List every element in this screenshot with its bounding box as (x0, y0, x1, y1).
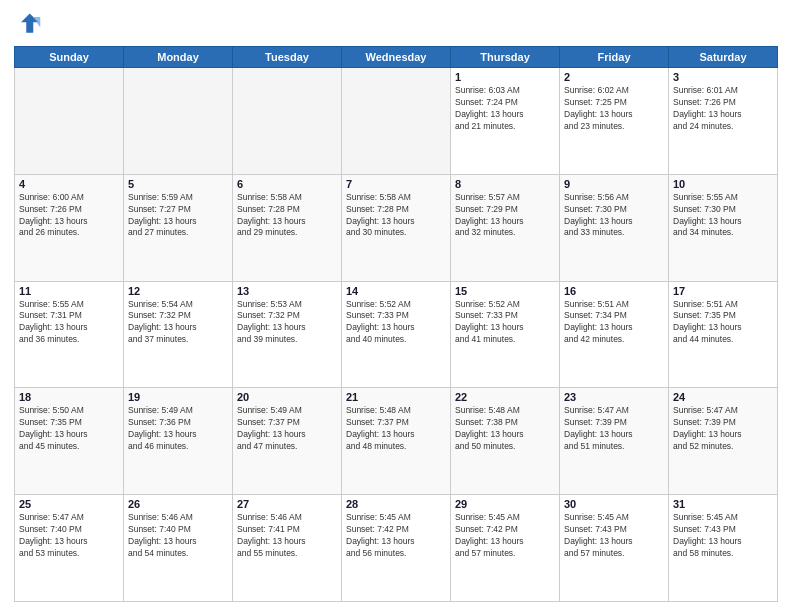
day-number: 11 (19, 285, 119, 297)
calendar-cell: 24Sunrise: 5:47 AM Sunset: 7:39 PM Dayli… (669, 388, 778, 495)
day-info: Sunrise: 5:48 AM Sunset: 7:37 PM Dayligh… (346, 405, 446, 453)
logo-icon (14, 10, 42, 38)
calendar-cell (233, 68, 342, 175)
calendar-cell: 27Sunrise: 5:46 AM Sunset: 7:41 PM Dayli… (233, 495, 342, 602)
day-info: Sunrise: 5:49 AM Sunset: 7:36 PM Dayligh… (128, 405, 228, 453)
calendar-cell: 28Sunrise: 5:45 AM Sunset: 7:42 PM Dayli… (342, 495, 451, 602)
day-info: Sunrise: 5:54 AM Sunset: 7:32 PM Dayligh… (128, 299, 228, 347)
calendar-cell: 20Sunrise: 5:49 AM Sunset: 7:37 PM Dayli… (233, 388, 342, 495)
day-info: Sunrise: 6:02 AM Sunset: 7:25 PM Dayligh… (564, 85, 664, 133)
day-info: Sunrise: 5:49 AM Sunset: 7:37 PM Dayligh… (237, 405, 337, 453)
day-number: 23 (564, 391, 664, 403)
day-info: Sunrise: 5:53 AM Sunset: 7:32 PM Dayligh… (237, 299, 337, 347)
calendar-cell: 30Sunrise: 5:45 AM Sunset: 7:43 PM Dayli… (560, 495, 669, 602)
day-header-sunday: Sunday (15, 47, 124, 68)
day-header-thursday: Thursday (451, 47, 560, 68)
day-number: 24 (673, 391, 773, 403)
calendar-cell: 14Sunrise: 5:52 AM Sunset: 7:33 PM Dayli… (342, 281, 451, 388)
calendar-week-1: 1Sunrise: 6:03 AM Sunset: 7:24 PM Daylig… (15, 68, 778, 175)
calendar-cell: 23Sunrise: 5:47 AM Sunset: 7:39 PM Dayli… (560, 388, 669, 495)
calendar-cell: 15Sunrise: 5:52 AM Sunset: 7:33 PM Dayli… (451, 281, 560, 388)
day-info: Sunrise: 5:52 AM Sunset: 7:33 PM Dayligh… (455, 299, 555, 347)
day-info: Sunrise: 6:01 AM Sunset: 7:26 PM Dayligh… (673, 85, 773, 133)
day-number: 14 (346, 285, 446, 297)
day-number: 2 (564, 71, 664, 83)
calendar-cell: 10Sunrise: 5:55 AM Sunset: 7:30 PM Dayli… (669, 174, 778, 281)
calendar-cell (342, 68, 451, 175)
day-info: Sunrise: 5:50 AM Sunset: 7:35 PM Dayligh… (19, 405, 119, 453)
calendar-cell: 1Sunrise: 6:03 AM Sunset: 7:24 PM Daylig… (451, 68, 560, 175)
day-info: Sunrise: 6:03 AM Sunset: 7:24 PM Dayligh… (455, 85, 555, 133)
calendar-cell: 6Sunrise: 5:58 AM Sunset: 7:28 PM Daylig… (233, 174, 342, 281)
day-info: Sunrise: 5:46 AM Sunset: 7:40 PM Dayligh… (128, 512, 228, 560)
day-info: Sunrise: 5:48 AM Sunset: 7:38 PM Dayligh… (455, 405, 555, 453)
calendar-cell: 5Sunrise: 5:59 AM Sunset: 7:27 PM Daylig… (124, 174, 233, 281)
day-info: Sunrise: 5:45 AM Sunset: 7:43 PM Dayligh… (673, 512, 773, 560)
day-number: 31 (673, 498, 773, 510)
calendar-cell (124, 68, 233, 175)
day-number: 13 (237, 285, 337, 297)
day-number: 9 (564, 178, 664, 190)
logo (14, 10, 46, 38)
day-number: 20 (237, 391, 337, 403)
calendar-cell: 12Sunrise: 5:54 AM Sunset: 7:32 PM Dayli… (124, 281, 233, 388)
day-info: Sunrise: 6:00 AM Sunset: 7:26 PM Dayligh… (19, 192, 119, 240)
day-number: 5 (128, 178, 228, 190)
day-number: 15 (455, 285, 555, 297)
calendar-cell: 9Sunrise: 5:56 AM Sunset: 7:30 PM Daylig… (560, 174, 669, 281)
day-number: 3 (673, 71, 773, 83)
day-header-saturday: Saturday (669, 47, 778, 68)
calendar-cell: 21Sunrise: 5:48 AM Sunset: 7:37 PM Dayli… (342, 388, 451, 495)
day-number: 30 (564, 498, 664, 510)
calendar-cell: 16Sunrise: 5:51 AM Sunset: 7:34 PM Dayli… (560, 281, 669, 388)
day-number: 28 (346, 498, 446, 510)
day-number: 26 (128, 498, 228, 510)
day-number: 10 (673, 178, 773, 190)
day-info: Sunrise: 5:51 AM Sunset: 7:34 PM Dayligh… (564, 299, 664, 347)
calendar-cell: 4Sunrise: 6:00 AM Sunset: 7:26 PM Daylig… (15, 174, 124, 281)
day-header-tuesday: Tuesday (233, 47, 342, 68)
calendar-week-3: 11Sunrise: 5:55 AM Sunset: 7:31 PM Dayli… (15, 281, 778, 388)
day-header-wednesday: Wednesday (342, 47, 451, 68)
day-number: 29 (455, 498, 555, 510)
day-info: Sunrise: 5:58 AM Sunset: 7:28 PM Dayligh… (346, 192, 446, 240)
day-number: 4 (19, 178, 119, 190)
day-info: Sunrise: 5:45 AM Sunset: 7:43 PM Dayligh… (564, 512, 664, 560)
day-info: Sunrise: 5:52 AM Sunset: 7:33 PM Dayligh… (346, 299, 446, 347)
calendar-cell: 26Sunrise: 5:46 AM Sunset: 7:40 PM Dayli… (124, 495, 233, 602)
day-info: Sunrise: 5:47 AM Sunset: 7:40 PM Dayligh… (19, 512, 119, 560)
day-number: 19 (128, 391, 228, 403)
day-number: 1 (455, 71, 555, 83)
calendar-cell: 11Sunrise: 5:55 AM Sunset: 7:31 PM Dayli… (15, 281, 124, 388)
day-info: Sunrise: 5:46 AM Sunset: 7:41 PM Dayligh… (237, 512, 337, 560)
calendar-week-5: 25Sunrise: 5:47 AM Sunset: 7:40 PM Dayli… (15, 495, 778, 602)
day-number: 12 (128, 285, 228, 297)
page: SundayMondayTuesdayWednesdayThursdayFrid… (0, 0, 792, 612)
day-number: 16 (564, 285, 664, 297)
day-info: Sunrise: 5:45 AM Sunset: 7:42 PM Dayligh… (346, 512, 446, 560)
day-info: Sunrise: 5:45 AM Sunset: 7:42 PM Dayligh… (455, 512, 555, 560)
calendar-cell: 7Sunrise: 5:58 AM Sunset: 7:28 PM Daylig… (342, 174, 451, 281)
day-info: Sunrise: 5:55 AM Sunset: 7:30 PM Dayligh… (673, 192, 773, 240)
day-info: Sunrise: 5:51 AM Sunset: 7:35 PM Dayligh… (673, 299, 773, 347)
calendar-cell: 3Sunrise: 6:01 AM Sunset: 7:26 PM Daylig… (669, 68, 778, 175)
day-info: Sunrise: 5:59 AM Sunset: 7:27 PM Dayligh… (128, 192, 228, 240)
day-info: Sunrise: 5:57 AM Sunset: 7:29 PM Dayligh… (455, 192, 555, 240)
calendar-cell: 25Sunrise: 5:47 AM Sunset: 7:40 PM Dayli… (15, 495, 124, 602)
day-header-monday: Monday (124, 47, 233, 68)
day-info: Sunrise: 5:56 AM Sunset: 7:30 PM Dayligh… (564, 192, 664, 240)
calendar-cell: 18Sunrise: 5:50 AM Sunset: 7:35 PM Dayli… (15, 388, 124, 495)
calendar-cell: 31Sunrise: 5:45 AM Sunset: 7:43 PM Dayli… (669, 495, 778, 602)
calendar-cell: 29Sunrise: 5:45 AM Sunset: 7:42 PM Dayli… (451, 495, 560, 602)
day-info: Sunrise: 5:47 AM Sunset: 7:39 PM Dayligh… (564, 405, 664, 453)
calendar-cell: 13Sunrise: 5:53 AM Sunset: 7:32 PM Dayli… (233, 281, 342, 388)
calendar-cell: 22Sunrise: 5:48 AM Sunset: 7:38 PM Dayli… (451, 388, 560, 495)
calendar-table: SundayMondayTuesdayWednesdayThursdayFrid… (14, 46, 778, 602)
day-number: 25 (19, 498, 119, 510)
day-number: 17 (673, 285, 773, 297)
day-number: 8 (455, 178, 555, 190)
day-number: 27 (237, 498, 337, 510)
day-number: 7 (346, 178, 446, 190)
day-number: 6 (237, 178, 337, 190)
header (14, 10, 778, 38)
